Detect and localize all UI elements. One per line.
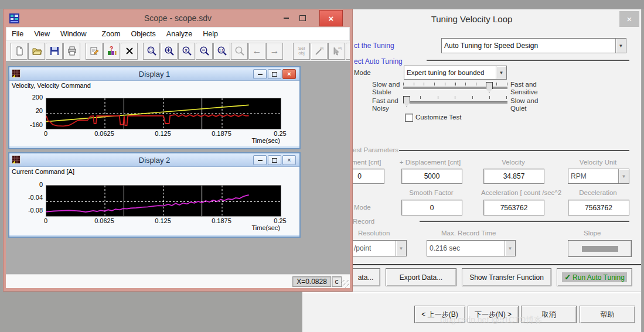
minimize-button[interactable]: [253, 155, 267, 165]
pan-right-button[interactable]: →: [266, 43, 283, 60]
help-button[interactable]: 帮助: [580, 306, 635, 323]
x-cursor-readout: X=0.0828: [292, 276, 331, 287]
close-button[interactable]: ×: [282, 69, 296, 79]
menu-view[interactable]: View: [29, 30, 55, 38]
display1-window: Display 1 × Velocity, Velocity Command T…: [8, 66, 301, 149]
display1-titlebar[interactable]: Display 1 ×: [9, 67, 299, 81]
group-line: [399, 150, 629, 151]
zoom-out-button[interactable]: [196, 43, 213, 60]
properties-button[interactable]: [86, 43, 103, 60]
resolution-combobox[interactable]: /point ▼: [351, 240, 407, 256]
velocity-field[interactable]: 34.857: [483, 169, 544, 184]
y-tick-label: -0.04: [15, 194, 43, 201]
tuning-method-value: Auto Tuning for Speed Design: [442, 42, 538, 50]
label-line: Slow and: [510, 97, 538, 105]
edit-object-icon: obj: [314, 46, 325, 56]
minimize-button[interactable]: [253, 69, 267, 79]
slope-bar-icon: [582, 246, 618, 252]
maximize-button[interactable]: [296, 12, 309, 25]
time-axis-label: Time(sec): [238, 224, 280, 231]
help-contents-button[interactable]: ?: [103, 43, 120, 60]
slider-speed-thumb[interactable]: [486, 82, 493, 93]
y-tick-label: -160: [15, 121, 43, 128]
zoom-fit-button[interactable]: [161, 43, 178, 60]
save-button[interactable]: [46, 43, 63, 60]
tuning-method-combobox[interactable]: Auto Tuning for Speed Design ▼: [441, 38, 626, 53]
select-tuning-label: ct the Tuning: [354, 42, 394, 50]
field-value: 0: [357, 172, 362, 180]
menu-window[interactable]: Window: [55, 30, 91, 38]
acceleration-field[interactable]: 7563762: [483, 200, 544, 215]
smooth-factor-field[interactable]: 0: [401, 200, 462, 215]
display2-titlebar[interactable]: Display 2 ×: [9, 153, 299, 167]
zoom-previous-button: [231, 43, 248, 60]
maximize-icon: [299, 15, 306, 21]
glyph: obj: [338, 47, 341, 50]
open-file-button[interactable]: [28, 43, 45, 60]
resize-grip[interactable]: [342, 280, 349, 287]
back-button[interactable]: < 上一步(B): [414, 306, 465, 323]
y-tick-label: -0.08: [15, 207, 43, 214]
chevron-down-icon[interactable]: ▼: [396, 241, 406, 256]
slider-noise-left-label: Fast and Noisy: [372, 97, 398, 112]
chevron-down-icon[interactable]: ▼: [505, 241, 515, 256]
slider-noise-track[interactable]: [403, 101, 507, 104]
minimize-button[interactable]: [280, 12, 292, 25]
display2-plot-region: Current Command [A] Time(sec) 0-0.04-0.0…: [9, 167, 299, 235]
chevron-down-icon[interactable]: ▼: [496, 66, 506, 79]
menu-objects[interactable]: Objects: [125, 30, 161, 38]
label-line: Slow and: [372, 81, 400, 88]
y-tick-label: 200: [15, 94, 43, 101]
separator: [427, 60, 629, 61]
zoom-one-to-one-button[interactable]: 1:1: [213, 43, 230, 60]
mdi-client-area: Display 1 × Velocity, Velocity Command T…: [6, 61, 350, 274]
new-file-icon: [14, 46, 25, 56]
menu-analyze[interactable]: Analyze: [161, 30, 197, 38]
restore-button[interactable]: [268, 69, 281, 79]
dialog-close-button[interactable]: ×: [619, 11, 639, 27]
pan-left-button[interactable]: ←: [248, 43, 265, 60]
label-line: Noisy: [372, 105, 398, 112]
close-button[interactable]: ×: [282, 155, 296, 165]
displacement-plus-label: + Displacement [cnt]: [397, 159, 463, 166]
menu-help[interactable]: Help: [197, 30, 223, 38]
customize-test-checkbox[interactable]: [405, 114, 413, 122]
zoom-window-button[interactable]: [143, 43, 160, 60]
chevron-down-icon[interactable]: ▼: [615, 39, 626, 53]
show-transfer-function-button[interactable]: Show Transfer Function: [462, 268, 551, 286]
close-button[interactable]: ×: [319, 10, 343, 26]
deceleration-field[interactable]: 7563762: [568, 200, 629, 215]
cancel-button[interactable]: 取消: [521, 306, 577, 323]
max-record-time-combobox[interactable]: 0.216 sec ▼: [427, 240, 516, 256]
button-label: < 上一步(B): [421, 310, 458, 320]
field-value: 34.857: [503, 172, 525, 180]
velocity-unit-combobox[interactable]: RPM ▼: [568, 169, 629, 184]
print-button[interactable]: [63, 43, 80, 60]
label-line: Quiet: [510, 105, 538, 112]
smooth-factor-label: Smooth Factor: [401, 189, 461, 196]
label-line: Fast and: [510, 81, 538, 88]
menu-file[interactable]: File: [6, 30, 29, 38]
label-line: Fast and: [372, 97, 398, 105]
tuning-mode-combobox[interactable]: Expert tuning for bounded ▼: [404, 66, 507, 80]
displacement-plus-field[interactable]: 5000: [401, 169, 462, 184]
scope-titlebar[interactable]: Scope - scope.sdv ×: [6, 9, 350, 27]
export-data-button[interactable]: Export Data...: [386, 268, 456, 286]
object-list-icon: [349, 46, 350, 56]
scope-toolbar: ? x 1:1 ← → Sel obj obj obj ?: [6, 41, 350, 61]
desktop: { "scope": { "title": "Scope - scope.sdv…: [0, 0, 644, 332]
menu-zoom[interactable]: Zoom: [97, 30, 126, 38]
save-data-button[interactable]: ata...: [351, 268, 380, 286]
label-line: Sensitive: [510, 88, 538, 96]
run-auto-tuning-button[interactable]: ✓ Run Auto Tuning: [557, 268, 632, 286]
next-button[interactable]: 下一步(N) >: [468, 306, 519, 323]
new-file-button[interactable]: [11, 43, 28, 60]
restore-button[interactable]: [268, 155, 281, 165]
delete-button[interactable]: [121, 43, 138, 60]
chevron-down-icon[interactable]: ▼: [618, 169, 629, 183]
field-value: 7563762: [500, 204, 528, 212]
zoom-x-button[interactable]: x: [178, 43, 195, 60]
slider-noise-thumb[interactable]: [403, 96, 410, 107]
slope-button[interactable]: [568, 240, 632, 257]
pick-object-icon: obj: [332, 46, 342, 56]
